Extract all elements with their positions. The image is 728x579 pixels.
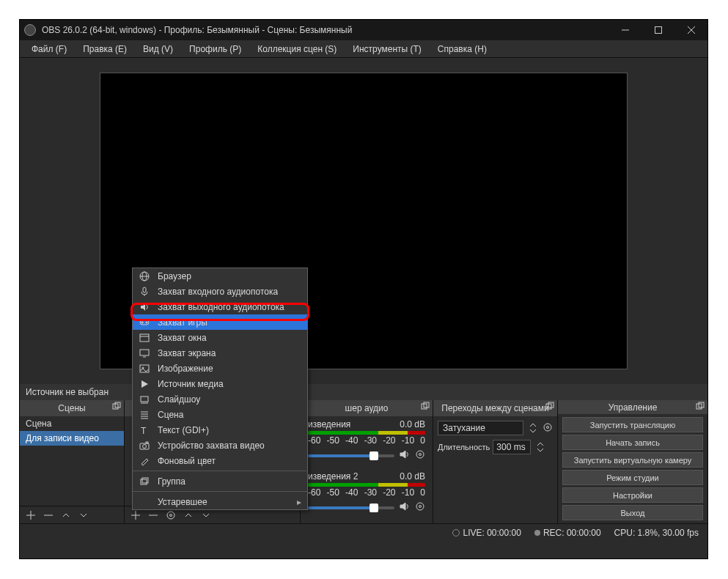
spinner-icon[interactable] (526, 421, 540, 435)
context-item-window[interactable]: Захват окна (133, 330, 307, 345)
svg-point-23 (419, 506, 422, 508)
speaker-icon[interactable] (399, 501, 411, 515)
svg-rect-44 (140, 365, 149, 372)
live-status: LIVE: 00:00:00 (452, 528, 521, 538)
audio-volume-slider[interactable] (308, 454, 394, 457)
remove-scene-button[interactable] (42, 509, 55, 522)
speaker-icon (139, 302, 150, 312)
menu-tools[interactable]: Инструменты (T) (345, 43, 428, 56)
gear-icon[interactable] (415, 501, 425, 514)
menu-scene-collection[interactable]: Коллекция сцен (S) (250, 43, 344, 56)
context-item-legacy[interactable]: Устаревшее▸ (133, 494, 307, 509)
context-item-scene[interactable]: Сцена (133, 407, 307, 422)
move-scene-up-button[interactable] (59, 509, 73, 522)
context-item-mic[interactable]: Захват входного аудиопотока (133, 284, 307, 299)
audio-meter (308, 483, 425, 487)
spinner-icon[interactable] (534, 440, 547, 454)
audio-track-name: изведения 2 (308, 471, 358, 482)
maximize-button[interactable] (641, 20, 674, 40)
controls-header: Управление (558, 400, 707, 414)
context-item-slideshow[interactable]: Слайдшоу (133, 391, 307, 407)
svg-point-37 (146, 322, 147, 323)
context-item-label: Группа (158, 476, 185, 487)
start-recording-button[interactable]: Начать запись (562, 435, 703, 450)
source-info-text: Источник не выбран (26, 387, 109, 397)
menu-bar: Файл (F) Правка (E) Вид (V) Профиль (P) … (20, 40, 707, 58)
scene-item[interactable]: Сцена (20, 416, 124, 431)
move-scene-down-button[interactable] (77, 509, 90, 522)
media-icon (139, 379, 150, 389)
context-item-brush[interactable]: Фоновый цвет (133, 453, 307, 468)
svg-point-19 (416, 451, 424, 458)
svg-marker-35 (141, 303, 145, 311)
audio-volume-slider[interactable] (308, 506, 394, 509)
speaker-icon[interactable] (399, 449, 411, 462)
context-item-label: Изображение (158, 364, 213, 374)
dock-popout-icon[interactable] (696, 402, 705, 413)
menu-help[interactable]: Справка (H) (430, 43, 494, 56)
context-item-label: Браузер (158, 271, 191, 281)
context-item-speaker[interactable]: Захват выходного аудиопотока (133, 299, 307, 314)
dock-popout-icon[interactable] (545, 402, 554, 413)
source-properties-button[interactable] (164, 509, 177, 522)
context-item-label: Текст (GDI+) (158, 425, 209, 435)
context-item-label: Захват входного аудиопотока (158, 287, 278, 297)
audio-track: изведения0.0 dB -60-50-40-30-20-100 (301, 416, 433, 468)
svg-rect-57 (141, 479, 147, 484)
scenes-toolbar (20, 506, 124, 523)
start-virtualcam-button[interactable]: Запустить виртуальную камеру (562, 452, 703, 468)
add-scene-button[interactable] (24, 509, 37, 522)
svg-point-15 (170, 514, 172, 516)
audio-ticks: -60-50-40-30-20-100 (308, 487, 425, 498)
exit-button[interactable]: Выход (562, 505, 703, 520)
svg-marker-18 (400, 451, 405, 458)
audio-track-name: изведения (308, 419, 350, 429)
svg-rect-47 (141, 397, 148, 402)
camera-icon (139, 440, 150, 451)
controls-panel: Управление Запустить трансляцию Начать з… (558, 400, 707, 523)
context-item-camera[interactable]: Устройство захвата видео (133, 438, 307, 453)
monitor-icon (139, 348, 150, 358)
close-button[interactable] (674, 20, 707, 40)
window-title: OBS 26.0.2 (64-bit, windows) - Профиль: … (42, 25, 608, 35)
context-item-text[interactable]: TТекст (GDI+) (133, 422, 307, 438)
menu-edit[interactable]: Правка (E) (76, 43, 134, 56)
studio-mode-button[interactable]: Режим студии (562, 470, 703, 485)
move-source-down-button[interactable] (199, 509, 213, 522)
menu-file[interactable]: Файл (F) (24, 43, 74, 56)
chevron-right-icon: ▸ (297, 497, 301, 507)
start-stream-button[interactable]: Запустить трансляцию (562, 417, 703, 432)
gear-icon[interactable] (543, 422, 553, 435)
gear-icon[interactable] (415, 449, 425, 462)
cpu-status: CPU: 1.8%, 30.00 fps (614, 528, 699, 538)
dock-popout-icon[interactable] (112, 402, 121, 413)
add-source-button[interactable] (129, 509, 142, 522)
minimize-button[interactable] (608, 20, 641, 40)
context-item-gamepad[interactable]: Захват игры (133, 314, 307, 330)
scenes-title: Сцены (58, 403, 85, 413)
move-source-up-button[interactable] (182, 509, 195, 522)
rec-status: REC: 00:00:00 (534, 528, 601, 538)
scene-item-selected[interactable]: Для записи видео (20, 431, 124, 446)
separator (133, 491, 307, 492)
transition-select[interactable]: Затухание (438, 421, 523, 435)
remove-source-button[interactable] (147, 509, 160, 522)
duration-input[interactable]: 300 ms (493, 440, 531, 454)
context-item-label: Фоновый цвет (158, 456, 216, 466)
dock-popout-icon[interactable] (421, 402, 430, 413)
settings-button[interactable]: Настройки (562, 487, 703, 503)
menu-profile[interactable]: Профиль (P) (182, 43, 249, 56)
context-item-group[interactable]: Группа (133, 473, 307, 489)
context-item-media[interactable]: Источник медиа (133, 376, 307, 391)
svg-rect-56 (146, 442, 148, 443)
context-item-globe[interactable]: Браузер (133, 268, 307, 284)
broadcast-icon (452, 529, 460, 536)
menu-view[interactable]: Вид (V) (136, 43, 180, 56)
audio-track: изведения 20.0 dB -60-50-40-30-20-100 (301, 468, 433, 520)
context-item-label: Слайдшоу (158, 394, 200, 405)
context-item-image[interactable]: Изображение (133, 361, 307, 376)
audio-track-db: 0.0 dB (400, 471, 425, 482)
group-icon (139, 476, 150, 487)
svg-rect-33 (143, 287, 146, 292)
context-item-monitor[interactable]: Захват экрана (133, 345, 307, 361)
